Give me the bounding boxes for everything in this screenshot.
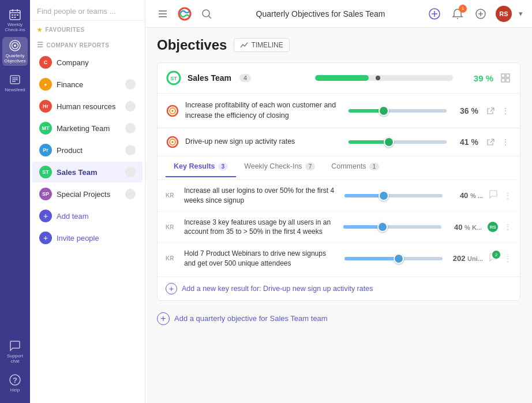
add-team-btn[interactable]: + Add team [32, 206, 143, 226]
kr1-comment-btn[interactable] [489, 190, 498, 201]
hr-label: Human resources [57, 102, 116, 111]
sidebar-item-weekly-checkins[interactable]: Weekly Check-ins [2, 6, 28, 35]
special-projects-avatar: SP [39, 188, 52, 200]
newsfeed-icon [8, 73, 22, 87]
app-logo [177, 6, 193, 22]
bell-btn[interactable] [473, 6, 489, 22]
nav-search[interactable]: Find people or teams ... [30, 0, 145, 21]
tab-comments[interactable]: Comments 1 [323, 156, 387, 177]
notifications-btn[interactable]: 1 [449, 6, 466, 22]
kr1-fill [344, 194, 384, 197]
nav-item-product[interactable]: Pr Product [32, 140, 143, 161]
hr-badge [125, 101, 136, 111]
kr3-fill [344, 257, 399, 260]
company-avatar: C [39, 56, 52, 69]
obj2-external-link[interactable] [484, 136, 497, 148]
sales-badge [125, 167, 136, 177]
sidebar-item-help[interactable]: ? Help [2, 368, 28, 397]
nav-item-company[interactable]: C Company [32, 52, 143, 73]
svg-rect-33 [501, 74, 505, 77]
special-projects-label: Special Projects [57, 190, 110, 199]
kr3-comment-badge: 2 [492, 251, 500, 259]
kr3-comment-btn[interactable]: 2 [489, 253, 498, 264]
obj2-track [349, 140, 447, 144]
tab-key-results[interactable]: Key Results 3 [166, 156, 236, 177]
comments-tab-badge: 1 [369, 163, 380, 170]
tab-weekly-checkins[interactable]: Weekly Check-Ins 7 [236, 156, 323, 177]
invite-people-btn[interactable]: + Invite people [32, 227, 143, 248]
obj2-more[interactable]: ⋮ [499, 136, 512, 148]
product-label: Product [57, 146, 83, 155]
timeline-btn[interactable]: TIMELINE [234, 38, 289, 52]
header-left [155, 6, 215, 22]
sales-team-logo: ST [166, 70, 182, 86]
objective-1: Increase profitability of each won custo… [158, 93, 520, 128]
add-objective-btn[interactable]: + Add a quarterly objective for Sales Te… [157, 305, 520, 332]
kr2-more-btn[interactable]: ⋮ [504, 222, 512, 232]
sales-team-count: 4 [239, 74, 251, 82]
obj1-slider[interactable] [349, 105, 447, 117]
header-right: 1 RS ▾ [426, 6, 523, 22]
sales-team-header: ST Sales Team 4 39 % [158, 63, 520, 93]
sales-avatar: ST [39, 166, 52, 178]
kr2-track [343, 225, 441, 229]
user-dropdown-arrow[interactable]: ▾ [519, 9, 523, 18]
obj2-fill [349, 140, 389, 144]
svg-point-45 [172, 141, 174, 143]
kr3-more-btn[interactable]: ⋮ [504, 254, 512, 263]
nav-item-sales-team[interactable]: ST Sales Team [32, 162, 143, 182]
notification-badge: 1 [459, 5, 467, 13]
objective-2-tabs: Key Results 3 Weekly Check-Ins 7 Comment… [158, 156, 520, 177]
kr3-label: KR [166, 255, 178, 262]
sales-team-expand[interactable]: ST Sales Team 4 [166, 70, 304, 86]
sales-team-group-card: ST Sales Team 4 39 % [157, 62, 520, 301]
help-icon: ? [8, 373, 22, 387]
obj1-actions: ⋮ [484, 105, 512, 117]
kr1-more-btn[interactable]: ⋮ [504, 191, 512, 200]
kr1-slider[interactable] [344, 190, 443, 201]
obj2-logo [166, 135, 179, 149]
add-kr-btn[interactable]: + Add a new key result for: Drive-up new… [158, 277, 520, 300]
user-avatar[interactable]: RS [496, 6, 512, 22]
product-avatar: Pr [39, 144, 52, 156]
obj1-track [349, 109, 447, 113]
obj1-logo [166, 104, 179, 118]
calendar-icon [8, 8, 22, 21]
nav-item-marketing-team[interactable]: MT Marketing Team [32, 118, 143, 139]
kr1-text: Increase all user logins to over 50% for… [184, 186, 339, 206]
svg-text:ST: ST [170, 76, 177, 81]
finance-avatar: ● [39, 78, 52, 91]
chat-icon [8, 339, 22, 353]
marketing-avatar: MT [39, 122, 52, 135]
top-header: Quarterly Objectives for Sales Team 1 [145, 0, 532, 28]
svg-rect-34 [506, 74, 509, 77]
obj1-external-link[interactable] [484, 105, 497, 117]
obj1-pct: 36 % [452, 106, 478, 115]
checkins-tab-badge: 7 [305, 163, 316, 170]
kr2-slider[interactable] [343, 221, 441, 233]
content-area: Objectives TIMELINE ST Sales Team 4 [145, 28, 532, 403]
obj2-actions: ⋮ [484, 136, 512, 148]
obj2-slider[interactable] [349, 136, 447, 148]
svg-rect-6 [17, 14, 18, 16]
sidebar-item-quarterly-objectives[interactable]: Quarterly Objectives [2, 37, 28, 66]
obj2-thumb [384, 137, 394, 147]
objective-2-header: Drive-up new sign up activity rates 41 % [158, 128, 520, 156]
nav-item-human-resources[interactable]: Hr Human resources [32, 96, 143, 117]
search-btn[interactable] [198, 6, 215, 22]
company-label: Company [57, 58, 89, 67]
kr3-slider[interactable] [344, 253, 443, 264]
sidebar-item-newsfeed[interactable]: Newsfeed [2, 68, 28, 97]
add-btn[interactable] [426, 6, 443, 22]
nav-item-special-projects[interactable]: SP Special Projects [32, 184, 143, 204]
nav-item-finance[interactable]: ● Finance [32, 74, 143, 95]
svg-line-42 [490, 108, 494, 111]
obj1-more[interactable]: ⋮ [499, 105, 512, 117]
nav-panel: Find people or teams ... ★ FAVOURITES ☰ … [30, 0, 145, 403]
menu-icon-btn[interactable] [155, 6, 171, 22]
expand-grid-icon[interactable] [499, 72, 512, 84]
sidebar-label-help: Help [10, 388, 20, 393]
kr2-label: KR [166, 224, 178, 230]
sidebar-item-support-chat[interactable]: Support chat [2, 337, 28, 366]
sidebar-icons: Weekly Check-ins Quarterly Objectives Ne… [0, 0, 30, 403]
